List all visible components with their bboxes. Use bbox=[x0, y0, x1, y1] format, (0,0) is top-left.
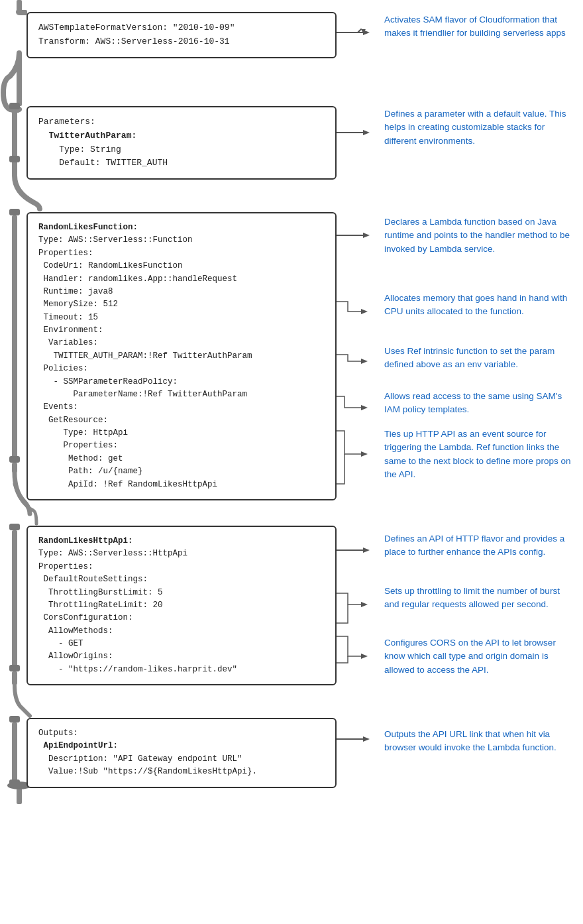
svg-rect-9 bbox=[12, 105, 17, 107]
svg-point-4 bbox=[16, 9, 23, 15]
httpapi-code: RandomLikesHttpApi: Type: AWS::Serverles… bbox=[38, 535, 325, 676]
svg-rect-13 bbox=[12, 162, 17, 176]
svg-marker-19 bbox=[361, 451, 368, 457]
svg-marker-8 bbox=[363, 130, 370, 135]
parameters-block: Parameters: TwitterAuthParam: Type: Stri… bbox=[26, 106, 337, 180]
svg-rect-38 bbox=[12, 722, 17, 781]
svg-rect-33 bbox=[12, 671, 17, 685]
svg-rect-30 bbox=[9, 524, 20, 530]
svg-marker-0 bbox=[361, 29, 366, 33]
svg-rect-31 bbox=[12, 530, 17, 666]
svg-marker-35 bbox=[363, 736, 370, 742]
annotation-function: Declares a Lambda function based on Java… bbox=[384, 215, 573, 256]
svg-rect-36 bbox=[12, 718, 17, 721]
svg-rect-24 bbox=[12, 463, 17, 473]
httpapi-block: RandomLikesHttpApi: Type: AWS::Serverles… bbox=[26, 526, 337, 685]
svg-marker-2 bbox=[363, 30, 370, 35]
svg-marker-28 bbox=[361, 654, 368, 659]
annotation-policy: Allows read access to the same using SAM… bbox=[384, 390, 573, 417]
svg-rect-32 bbox=[9, 665, 20, 671]
function-block: RandomLikesFunction: Type: AWS::Serverle… bbox=[26, 212, 337, 500]
svg-rect-10 bbox=[9, 103, 20, 109]
annotation-transform: Activates SAM flavor of Cloudformation t… bbox=[384, 13, 573, 40]
svg-marker-26 bbox=[363, 548, 370, 553]
svg-rect-40 bbox=[17, 784, 22, 804]
function-code: RandomLikesFunction: Type: AWS::Serverle… bbox=[38, 221, 325, 491]
outputs-block: Outputs: ApiEndpointUrl: Description: "A… bbox=[26, 718, 337, 788]
page-container: AWSTemplateFormatVersion: "2010-10-09" T… bbox=[0, 0, 583, 27]
annotation-outputs: Outputs the API URL link that when hit v… bbox=[384, 728, 573, 755]
svg-marker-27 bbox=[361, 602, 368, 607]
template-format-code: AWSTemplateFormatVersion: "2010-10-09" T… bbox=[38, 21, 325, 49]
annotation-throttle: Sets up throttling to limit the number o… bbox=[384, 585, 573, 612]
annotation-events: Ties up HTTP API as an event source for … bbox=[384, 428, 573, 481]
svg-marker-15 bbox=[363, 233, 370, 238]
parameters-code: Parameters: TwitterAuthParam: Type: Stri… bbox=[38, 115, 325, 170]
svg-rect-39 bbox=[9, 780, 20, 786]
annotation-httpapi: Defines an API of HTTP flavor and provid… bbox=[384, 532, 573, 559]
annotation-env: Uses Ref intrinsic function to set the p… bbox=[384, 345, 573, 372]
svg-rect-37 bbox=[9, 716, 20, 722]
svg-rect-20 bbox=[12, 211, 17, 213]
svg-rect-3 bbox=[17, 0, 22, 12]
svg-rect-22 bbox=[12, 215, 17, 457]
svg-marker-17 bbox=[361, 359, 368, 364]
svg-rect-11 bbox=[12, 109, 17, 166]
svg-rect-12 bbox=[9, 156, 20, 162]
svg-rect-29 bbox=[12, 526, 17, 528]
template-format-block: AWSTemplateFormatVersion: "2010-10-09" T… bbox=[26, 12, 337, 58]
annotation-cors: Configures CORS on the API to let browse… bbox=[384, 636, 573, 677]
svg-rect-6 bbox=[17, 53, 22, 106]
svg-marker-18 bbox=[361, 405, 368, 410]
svg-marker-16 bbox=[361, 309, 368, 314]
annotation-parameters: Defines a parameter with a default value… bbox=[384, 107, 573, 148]
annotation-memory: Allocates memory that goes hand in hand … bbox=[384, 292, 573, 319]
svg-rect-23 bbox=[9, 456, 20, 463]
svg-rect-21 bbox=[9, 209, 20, 215]
outputs-code: Outputs: ApiEndpointUrl: Description: "A… bbox=[38, 727, 325, 779]
